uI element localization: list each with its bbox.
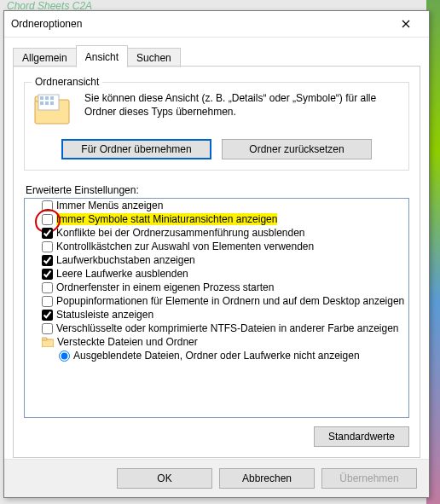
advanced-item[interactable]: Ordnerfenster in einem eigenen Prozess s… <box>42 281 407 294</box>
advanced-settings-box: Immer Menüs anzeigenImmer Symbole statt … <box>24 198 409 418</box>
advanced-item-label: Kontrollkästchen zur Auswahl von Element… <box>56 240 314 252</box>
advanced-item[interactable]: Laufwerkbuchstaben anzeigen <box>42 253 407 267</box>
advanced-item-label: Popupinformationen für Elemente in Ordne… <box>56 295 404 307</box>
advanced-item-label: Versteckte Dateien und Ordner <box>57 336 198 348</box>
advanced-item-label: Ordnerfenster in einem eigenen Prozess s… <box>56 281 274 293</box>
advanced-item[interactable]: Konflikte bei der Ordnerzusammenführung … <box>42 226 407 240</box>
svg-rect-6 <box>40 101 43 105</box>
advanced-item[interactable]: Immer Menüs anzeigen <box>42 199 407 212</box>
advanced-item[interactable]: Leere Laufwerke ausblenden <box>42 267 407 281</box>
checkbox[interactable] <box>42 200 53 211</box>
apply-button[interactable]: Übernehmen <box>321 468 417 489</box>
checkbox[interactable] <box>42 228 53 239</box>
folderview-button-row: Für Ordner übernehmen Ordner zurücksetze… <box>33 139 400 159</box>
advanced-settings-list: Immer Menüs anzeigenImmer Symbole statt … <box>25 199 408 364</box>
svg-rect-4 <box>45 96 49 100</box>
radio[interactable] <box>59 350 70 362</box>
checkbox[interactable] <box>42 241 53 252</box>
tab-strip: Allgemein Ansicht Suchen <box>4 38 429 67</box>
reset-folders-button[interactable]: Ordner zurücksetzen <box>222 139 372 159</box>
close-icon <box>402 20 410 28</box>
dialog-button-bar: OK Abbrechen Übernehmen <box>4 459 429 497</box>
folder-options-dialog: Ordneroptionen Allgemein Ansicht Suchen … <box>3 10 430 498</box>
svg-rect-8 <box>50 101 54 105</box>
restore-defaults-button[interactable]: Standardwerte <box>314 426 409 447</box>
advanced-item[interactable]: Popupinformationen für Elemente in Ordne… <box>42 294 407 308</box>
folder-icon <box>42 337 54 347</box>
folderview-group-label: Ordneransicht <box>32 76 102 88</box>
advanced-item[interactable]: Kontrollkästchen zur Auswahl von Element… <box>42 240 407 253</box>
folder-options-icon <box>33 91 72 127</box>
advanced-item-label: Konflikte bei der Ordnerzusammenführung … <box>56 227 305 239</box>
advanced-item-label: Leere Laufwerke ausblenden <box>56 268 188 280</box>
advanced-item-label: Statusleiste anzeigen <box>56 309 153 321</box>
checkbox[interactable] <box>42 255 53 266</box>
checkbox[interactable] <box>42 323 53 334</box>
tab-general[interactable]: Allgemein <box>13 48 77 67</box>
checkbox[interactable] <box>42 282 53 293</box>
folderview-group: Ordneransicht Sie können diese Ansicht (… <box>24 82 409 171</box>
cancel-button[interactable]: Abbrechen <box>219 468 315 489</box>
svg-rect-3 <box>40 96 43 100</box>
checkbox[interactable] <box>42 269 53 280</box>
defaults-row: Standardwerte <box>24 426 409 447</box>
close-button[interactable] <box>390 14 422 34</box>
svg-rect-5 <box>50 96 54 100</box>
folderview-text: Sie können diese Ansicht (z. B. „Details… <box>84 91 400 119</box>
advanced-item-label: Ausgeblendete Dateien, Ordner oder Laufw… <box>73 350 360 362</box>
titlebar: Ordneroptionen <box>4 11 429 38</box>
checkbox[interactable] <box>42 296 53 307</box>
dialog-title: Ordneroptionen <box>11 18 390 30</box>
advanced-item[interactable]: Versteckte Dateien und Ordner <box>42 335 407 349</box>
checkbox[interactable] <box>42 214 53 225</box>
advanced-item[interactable]: Immer Symbole statt Miniaturansichten an… <box>42 212 407 226</box>
tab-view-page: Ordneransicht Sie können diese Ansicht (… <box>14 67 420 457</box>
advanced-item[interactable]: Verschlüsselte oder komprimierte NTFS-Da… <box>42 322 407 335</box>
tab-view[interactable]: Ansicht <box>76 45 128 67</box>
ok-button[interactable]: OK <box>117 468 212 489</box>
tab-search[interactable]: Suchen <box>127 48 181 67</box>
advanced-settings-scroll[interactable]: Immer Menüs anzeigenImmer Symbole statt … <box>25 199 408 417</box>
checkbox[interactable] <box>42 310 53 321</box>
folderview-row: Sie können diese Ansicht (z. B. „Details… <box>33 91 400 127</box>
apply-to-folders-button[interactable]: Für Ordner übernehmen <box>61 139 211 159</box>
advanced-item[interactable]: Statusleiste anzeigen <box>42 308 407 322</box>
advanced-settings-label: Erweiterte Einstellungen: <box>26 184 409 196</box>
tab-page: Ordneransicht Sie können diese Ansicht (… <box>13 66 420 458</box>
svg-rect-10 <box>42 338 47 340</box>
advanced-item-label: Immer Symbole statt Miniaturansichten an… <box>56 213 277 225</box>
advanced-item-label: Laufwerkbuchstaben anzeigen <box>56 254 195 266</box>
svg-rect-7 <box>45 101 49 105</box>
advanced-item-label: Immer Menüs anzeigen <box>56 200 163 211</box>
advanced-item[interactable]: Ausgeblendete Dateien, Ordner oder Laufw… <box>59 349 407 362</box>
advanced-item-label: Verschlüsselte oder komprimierte NTFS-Da… <box>56 322 399 334</box>
